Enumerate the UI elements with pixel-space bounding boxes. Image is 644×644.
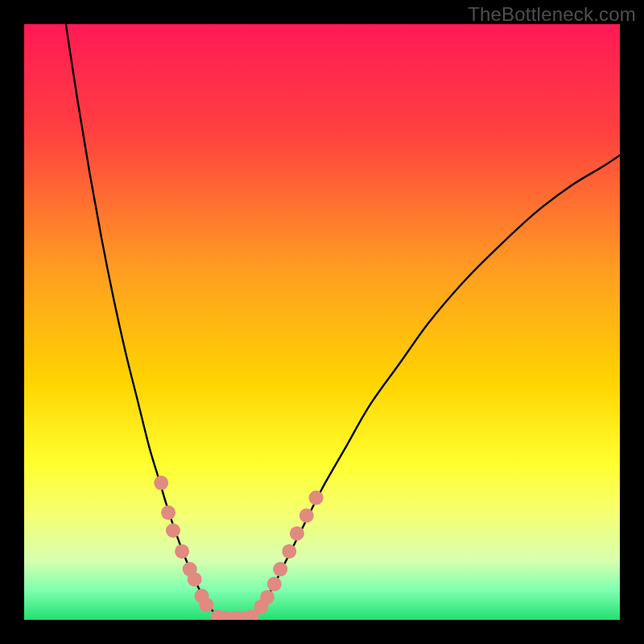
chart-svg	[24, 24, 620, 620]
right-branch-markers-point	[273, 562, 287, 576]
right-branch-markers-point	[282, 544, 296, 559]
left-branch-markers-point	[161, 506, 175, 520]
gradient-bg	[24, 24, 620, 620]
right-branch-markers-point	[309, 490, 324, 505]
right-branch-markers-point	[290, 526, 304, 541]
plot-area	[24, 24, 620, 620]
outer-frame: TheBottleneck.com	[0, 0, 644, 644]
left-branch-markers-point	[175, 544, 189, 559]
right-branch-markers-point	[260, 590, 275, 605]
left-branch-markers-point	[154, 476, 168, 490]
left-branch-markers-point	[166, 523, 180, 538]
right-branch-markers-point	[299, 509, 314, 523]
left-branch-markers-point	[188, 572, 202, 587]
right-branch-markers-point	[267, 577, 282, 592]
watermark-text: TheBottleneck.com	[468, 3, 636, 26]
left-branch-markers-point	[199, 598, 213, 613]
